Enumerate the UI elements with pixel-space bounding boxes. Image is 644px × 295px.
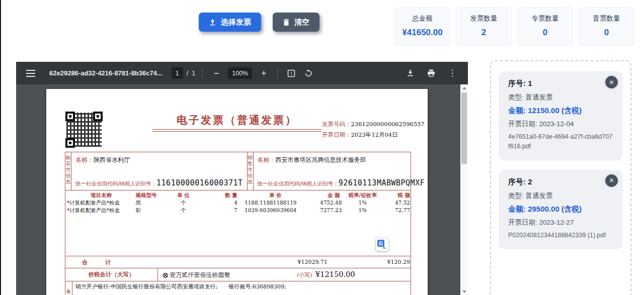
invoice-table: 购买方信息 名称：陕西省水利厅 统一社会信用代码/纳税人识别号：11610000…	[65, 152, 411, 295]
buyer-name-label: 名称：	[75, 156, 94, 163]
stat-value: 0	[518, 28, 573, 38]
card-type: 类型: 普通发票	[508, 93, 613, 102]
clear-button[interactable]: 清空	[273, 13, 319, 32]
page-total: 1	[192, 70, 195, 77]
invoice-card-1[interactable]: ✕ 序号: 1 类型: 普通发票 金额: 12150.00 (含税) 开票日期:…	[499, 71, 622, 160]
scroll-up-arrow[interactable]	[460, 84, 468, 91]
remove-invoice-icon[interactable]: ✕	[605, 76, 618, 88]
seller-name: 西安市雁塔区兆腾信息技术服务部	[276, 156, 366, 163]
card-amount: 金额: 29500.00 (含税)	[508, 205, 613, 214]
pdf-content-area: 电子发票（普通发票） 发票号码：23612000000062596557 开票日…	[16, 84, 468, 295]
invoice-no: 23612000000062596557	[351, 121, 425, 128]
issue-date-label: 开票日期：	[322, 131, 351, 138]
seller-info: 名称：西安市雁塔区兆腾信息技术服务部 统一社会信用代码/纳税人识别号：92610…	[254, 152, 429, 190]
invoice-list-panel: ✕ 序号: 1 类型: 普通发票 金额: 12150.00 (含税) 开票日期:…	[490, 60, 631, 295]
stat-value: 0	[579, 28, 634, 38]
page-separator: /	[187, 70, 188, 77]
zoom-out-icon[interactable]: −	[210, 67, 223, 80]
invoice-title: 电子发票（普通发票）	[174, 113, 300, 127]
stat-label: 发票数量	[456, 14, 511, 23]
issue-date: 2023年12月04日	[351, 131, 398, 138]
seller-side-label: 销售方信息	[248, 152, 254, 190]
card-date: 开票日期: 2023-12-27	[508, 218, 613, 227]
remarks-side-label: 备注	[65, 281, 72, 295]
grand-total-label: 价税合计（大写）	[65, 268, 158, 281]
select-invoice-label: 选择发票	[221, 18, 251, 27]
stat-special-count: 专票数量 0	[517, 7, 573, 45]
total-label: 合 计	[82, 259, 111, 266]
total-amount: ¥12029.71	[298, 259, 328, 265]
translate-icon[interactable]: G	[375, 238, 389, 251]
stat-label: 专票数量	[518, 14, 573, 23]
invoice-document: 电子发票（普通发票） 发票号码：23612000000062596557 开票日…	[46, 89, 428, 295]
invoice-card-2[interactable]: ✕ 序号: 2 类型: 普通发票 金额: 29500.00 (含税) 开票日期:…	[499, 170, 622, 248]
remarks-section: 备注 销方开户银行:中国民生银行股份有限公司西安雁塔路支行; 银行账号:6368…	[65, 281, 411, 295]
items-section: 项目名称 规格型号 单 位 数 量 单 价 金 额 税率/征收率 税 额 *计算…	[65, 190, 411, 256]
grand-total-row: 价税合计（大写） ⊗ 壹万贰仟壹佰伍拾圆整 (小写) ¥12150.00	[65, 268, 411, 281]
card-date: 开票日期: 2023-12-04	[508, 120, 613, 129]
stat-regular-count: 普票数量 0	[579, 7, 634, 45]
scrollbar-thumb[interactable]	[461, 92, 467, 164]
buyer-info: 名称：陕西省水利厅 统一社会信用代码/纳税人识别号：11610000016000…	[71, 152, 248, 190]
print-icon[interactable]	[425, 67, 438, 80]
total-tax: ¥120.29	[387, 259, 411, 265]
pdf-filename: 62e29286-ad32-4216-8781-8b36c74...	[49, 69, 163, 77]
page-number-input[interactable]: 1	[172, 67, 183, 79]
grand-small-label: (小写)	[297, 272, 312, 278]
buyer-taxid: 11610000016000371T	[156, 178, 243, 187]
pdf-page: 电子发票（普通发票） 发票号码：23612000000062596557 开票日…	[46, 89, 428, 295]
zoom-in-icon[interactable]: +	[257, 67, 270, 80]
pdf-viewer: 62e29286-ad32-4216-8781-8b36c74... 1 / 1…	[16, 62, 468, 295]
card-amount: 金额: 12150.00 (含税)	[508, 106, 613, 116]
seller-name-label: 名称：	[258, 156, 276, 163]
menu-icon[interactable]	[24, 67, 37, 80]
trash-icon	[283, 19, 290, 26]
rotate-icon[interactable]	[302, 67, 315, 80]
title-underline	[152, 129, 321, 132]
upload-icon	[209, 19, 216, 26]
item-row: *计算机配套产品*粉盒 黑 个 4 1188.11881188119 4752.…	[65, 199, 411, 207]
stat-total-amount: 总金额 ¥41650.00	[394, 7, 450, 45]
toolbar-divider	[202, 68, 203, 78]
toolbar-divider	[277, 68, 278, 78]
items-header-row: 项目名称 规格型号 单 位 数 量 单 价 金 额 税率/征收率 税 额	[65, 190, 411, 199]
stat-value: ¥41650.00	[395, 28, 450, 38]
stat-label: 总金额	[395, 14, 450, 23]
grand-total-words: 壹万贰仟壹佰伍拾圆整	[170, 271, 230, 279]
seller-taxid: 92610113MABWBPQMXF	[339, 178, 425, 187]
more-options-icon[interactable]: ⋮	[446, 67, 459, 80]
buyer-side-label: 购买方信息	[65, 152, 71, 190]
stat-value: 2	[456, 28, 511, 38]
item-row: *计算机配套产品*粉盒 彩 个 7 1039.60396039604 7277.…	[65, 207, 411, 214]
bank-info: 销方开户银行:中国民生银行股份有限公司西安雁塔路支行; 银行账号:6368983…	[72, 281, 411, 295]
download-icon[interactable]	[404, 67, 417, 80]
pdf-scrollbar[interactable]	[460, 84, 468, 295]
circle-cross-mark: ⊗	[162, 270, 169, 280]
select-invoice-button[interactable]: 选择发票	[199, 13, 261, 32]
card-filename: 4e7651a0-67de-4694-a27f-cba6d707f616.pdf	[508, 132, 613, 152]
card-type: 类型: 普通发票	[508, 191, 613, 201]
buyer-name: 陕西省水利厅	[94, 156, 130, 163]
grand-total-amount: ¥12150.00	[315, 270, 355, 278]
scroll-down-arrow[interactable]	[460, 288, 468, 295]
card-seq: 序号: 1	[508, 79, 613, 88]
invoice-no-label: 发票号码：	[322, 121, 351, 128]
stat-invoice-count: 发票数量 2	[456, 7, 512, 45]
seller-taxid-label: 统一社会信用代码/纳税人识别号：	[258, 180, 339, 186]
invoice-meta: 发票号码：23612000000062596557 开票日期：2023年12月0…	[322, 119, 425, 140]
buyer-taxid-label: 统一社会信用代码/纳税人识别号：	[75, 180, 156, 186]
clear-label: 清空	[294, 18, 309, 27]
remove-invoice-icon[interactable]: ✕	[605, 174, 618, 187]
card-seq: 序号: 2	[508, 177, 613, 187]
card-filename: P020240812344188842339 (1).pdf	[508, 231, 613, 240]
zoom-level: 100%	[228, 67, 252, 79]
fit-page-icon[interactable]	[285, 67, 298, 80]
stat-label: 普票数量	[579, 14, 634, 23]
pdf-toolbar: 62e29286-ad32-4216-8781-8b36c74... 1 / 1…	[16, 62, 468, 84]
stats-cards: 总金额 ¥41650.00 发票数量 2 专票数量 0 普票数量 0	[394, 7, 634, 45]
total-row: 合 计 ¥12029.71 ¥120.29	[65, 256, 411, 268]
